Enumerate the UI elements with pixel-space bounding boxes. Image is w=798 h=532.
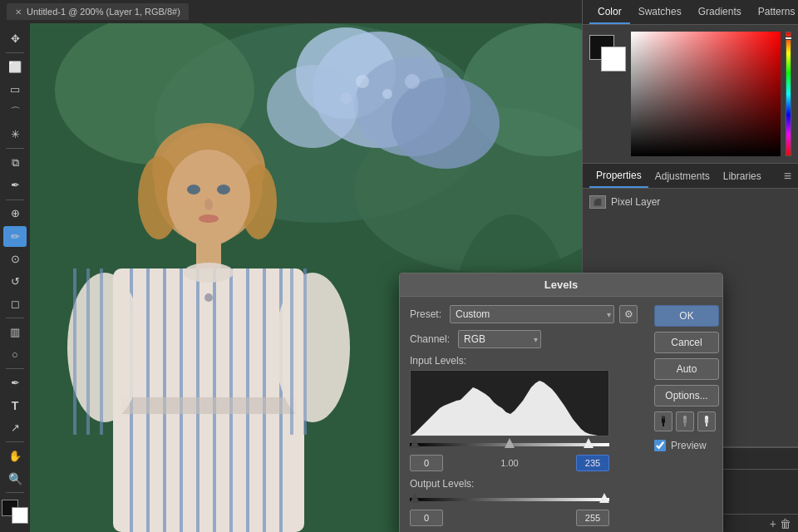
- background-swatch[interactable]: [601, 47, 626, 71]
- output-slider[interactable]: [410, 493, 609, 506]
- svg-point-56: [705, 416, 708, 419]
- channel-dropdown[interactable]: RGB: [458, 330, 541, 348]
- svg-point-43: [275, 273, 350, 422]
- input-values-row: 0 1.00 235: [410, 455, 609, 471]
- input-black-value[interactable]: 0: [410, 455, 443, 471]
- zoom-tool[interactable]: 🔍: [3, 468, 27, 489]
- document-tab[interactable]: ✕ Untitled-1 @ 200% (Layer 1, RGB/8#): [7, 3, 189, 20]
- hand-tool[interactable]: ✋: [3, 446, 27, 466]
- tab-properties[interactable]: Properties: [589, 165, 648, 188]
- color-swatch-area[interactable]: [2, 500, 28, 524]
- preset-row: Preset: Custom ▾ ⚙: [410, 305, 638, 323]
- mid-point-thumb[interactable]: [505, 438, 515, 448]
- tab-patterns[interactable]: Patterns: [750, 1, 798, 24]
- svg-point-8: [267, 65, 358, 148]
- preset-label: Preset:: [410, 308, 445, 320]
- eyedropper-tool[interactable]: ✒: [3, 175, 27, 195]
- cancel-button[interactable]: Cancel: [654, 332, 719, 353]
- output-white-value[interactable]: 255: [576, 510, 609, 526]
- input-levels-label: Input Levels:: [410, 355, 638, 367]
- input-slider[interactable]: [410, 438, 609, 451]
- svg-rect-41: [86, 268, 90, 435]
- background-color[interactable]: [12, 507, 28, 524]
- output-black-value[interactable]: 0: [410, 510, 443, 526]
- delete-layer-icon[interactable]: 🗑: [780, 517, 791, 530]
- tab-swatches[interactable]: Swatches: [630, 1, 690, 24]
- color-gradient-picker[interactable]: [631, 32, 781, 156]
- black-point-thumb[interactable]: [410, 438, 420, 448]
- svg-point-20: [167, 150, 250, 246]
- svg-point-21: [187, 185, 200, 195]
- preset-select-wrapper: Custom ▾: [450, 305, 614, 323]
- dodge-tool[interactable]: ○: [3, 344, 27, 365]
- eyedroppers-row: [654, 411, 716, 431]
- svg-rect-42: [100, 268, 103, 435]
- layer-controls[interactable]: + 🗑: [770, 517, 791, 530]
- lasso-tool[interactable]: ⌒: [3, 101, 27, 122]
- tab-gradients[interactable]: Gradients: [690, 1, 750, 24]
- svg-point-46: [204, 293, 213, 302]
- svg-point-39: [67, 273, 142, 422]
- preset-dropdown[interactable]: Custom: [450, 305, 614, 323]
- document-tab-title: Untitled-1 @ 200% (Layer 1, RGB/8#): [27, 7, 180, 17]
- levels-dialog: Levels Preset: Custom ▾ ⚙ Channel:: [399, 273, 723, 532]
- preset-gear-button[interactable]: ⚙: [619, 305, 638, 323]
- crop-tool[interactable]: ⧉: [3, 152, 27, 173]
- select-rect-tool[interactable]: ▭: [3, 79, 27, 100]
- channel-value: RGB: [464, 333, 485, 345]
- channel-label: Channel:: [410, 333, 453, 345]
- output-black-thumb[interactable]: [410, 493, 420, 503]
- output-slider-track: [410, 498, 609, 501]
- svg-rect-52: [684, 423, 686, 426]
- svg-rect-45: [303, 268, 307, 435]
- pixel-layer-icon: ⬛: [589, 195, 606, 209]
- ok-button[interactable]: OK: [654, 305, 719, 327]
- preview-checkbox[interactable]: [654, 440, 666, 451]
- properties-menu-icon[interactable]: ≡: [784, 169, 791, 184]
- options-button[interactable]: Options...: [654, 385, 719, 406]
- tab-libraries[interactable]: Libraries: [717, 165, 768, 187]
- spot-heal-tool[interactable]: ⊕: [3, 203, 27, 224]
- tab-color[interactable]: Color: [589, 1, 630, 24]
- add-layer-icon[interactable]: +: [770, 517, 776, 530]
- preview-row: Preview: [654, 440, 716, 451]
- auto-button[interactable]: Auto: [654, 358, 719, 380]
- input-white-value[interactable]: 235: [576, 455, 609, 471]
- preset-value: Custom: [456, 308, 490, 320]
- svg-point-9: [392, 77, 500, 169]
- toolbar-separator-5: [6, 368, 24, 369]
- toolbar-separator-6: [6, 441, 24, 442]
- sample-black-button[interactable]: [654, 411, 672, 431]
- toolbar-separator-2: [6, 148, 24, 149]
- path-select-tool[interactable]: ↗: [3, 417, 27, 438]
- dialog-body: Preset: Custom ▾ ⚙ Channel: RGB ▾: [400, 297, 722, 532]
- tab-adjustments[interactable]: Adjustments: [648, 165, 717, 187]
- sample-gray-button[interactable]: [676, 411, 694, 431]
- toolbar-separator-3: [6, 200, 24, 200]
- artboard-tool[interactable]: ⬜: [3, 57, 27, 77]
- svg-point-11: [382, 89, 392, 99]
- output-white-thumb[interactable]: [599, 493, 609, 503]
- brush-tool[interactable]: ✏: [3, 226, 27, 247]
- white-point-thumb[interactable]: [584, 438, 594, 448]
- input-mid-value[interactable]: 1.00: [443, 458, 576, 468]
- gradient-tool[interactable]: ▥: [3, 322, 27, 342]
- properties-content: ⬛ Pixel Layer: [583, 189, 798, 215]
- svg-point-10: [356, 75, 369, 88]
- type-tool[interactable]: T: [3, 395, 27, 416]
- svg-point-24: [199, 214, 219, 223]
- sample-white-button[interactable]: [697, 411, 716, 431]
- magic-wand-tool[interactable]: ✳: [3, 124, 27, 145]
- left-toolbar: ✥ ⬜ ▭ ⌒ ✳ ⧉ ✒ ⊕ ✏ ⊙ ↺ ◻ ▥ ○ ✒ T ↗ ✋ 🔍: [0, 23, 30, 532]
- color-picker: [583, 25, 798, 163]
- clone-tool[interactable]: ⊙: [3, 249, 27, 269]
- color-panel-tabs: Color Swatches Gradients Patterns ≡: [583, 0, 798, 25]
- eraser-tool[interactable]: ◻: [3, 293, 27, 314]
- move-tool[interactable]: ✥: [3, 28, 27, 49]
- history-brush-tool[interactable]: ↺: [3, 271, 27, 292]
- pen-tool[interactable]: ✒: [3, 372, 27, 393]
- svg-point-53: [683, 416, 687, 419]
- svg-point-13: [405, 74, 420, 89]
- tab-close-icon[interactable]: ✕: [15, 7, 22, 17]
- hue-slider[interactable]: [786, 32, 791, 156]
